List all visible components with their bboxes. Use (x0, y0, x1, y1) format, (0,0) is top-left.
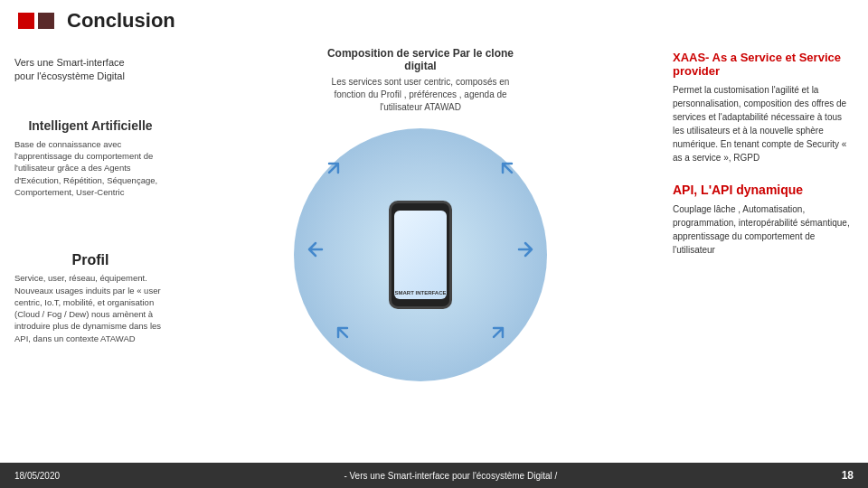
composition-text: Les services sont user centric, composés… (326, 76, 515, 114)
profil-title: Profil (14, 252, 166, 268)
arrow-top-left-icon (316, 150, 352, 186)
arrow-mid-right-icon (513, 237, 538, 262)
composition-title: Composition de service Par le clone digi… (326, 47, 515, 72)
footer: 18/05/2020 - Vers une Smart-interface po… (0, 463, 868, 488)
page-title: Conclusion (67, 9, 175, 33)
intelligent-text: Base de connaissance avec l'apprentissag… (14, 138, 166, 198)
arrow-mid-left-icon (303, 237, 328, 262)
api-section: API, L'API dynamique Couplage lâche , Au… (673, 183, 855, 257)
phone-mockup: SMART INTERFACE (389, 201, 452, 309)
arrow-top-right-icon (489, 150, 525, 186)
footer-page: 18 (842, 469, 854, 482)
profil-text: Service, user, réseau, équipement. Nouve… (14, 272, 166, 344)
arrow-bottom-left-icon (325, 314, 361, 351)
footer-text: - Vers une Smart-interface pour l'écosys… (344, 471, 557, 481)
phone-screen: SMART INTERFACE (394, 211, 447, 299)
intelligent-title: Intelligent Artificielle (14, 118, 166, 133)
left-column: Vers une Smart-interface pour l'écosystè… (0, 42, 181, 475)
center-column: Composition de service Par le clone digi… (181, 42, 660, 475)
outer-circle: SMART INTERFACE (294, 128, 547, 381)
xaas-section: XAAS- As a Service et Service provider P… (673, 51, 855, 164)
xaas-text: Permet la customisation l'agilité et la … (673, 83, 855, 164)
phone-label: SMART INTERFACE (395, 290, 447, 296)
footer-date: 18/05/2020 (14, 471, 60, 481)
api-title: API, L'API dynamique (673, 183, 855, 197)
api-text: Couplage lâche , Automatisation, program… (673, 202, 855, 257)
dark-square-icon (38, 13, 54, 29)
composition-box: Composition de service Par le clone digi… (316, 42, 524, 119)
header-icons (18, 13, 54, 29)
header: Conclusion (0, 0, 868, 42)
arrow-bottom-right-icon (480, 314, 516, 351)
right-column: XAAS- As a Service et Service provider P… (660, 42, 868, 475)
xaas-title: XAAS- As a Service et Service provider (673, 51, 855, 78)
left-subtitle: Vers une Smart-interface pour l'écosystè… (14, 56, 166, 84)
main-content: Vers une Smart-interface pour l'écosystè… (0, 42, 868, 475)
circle-diagram: SMART INTERFACE (294, 128, 547, 381)
red-square-icon (18, 13, 34, 29)
